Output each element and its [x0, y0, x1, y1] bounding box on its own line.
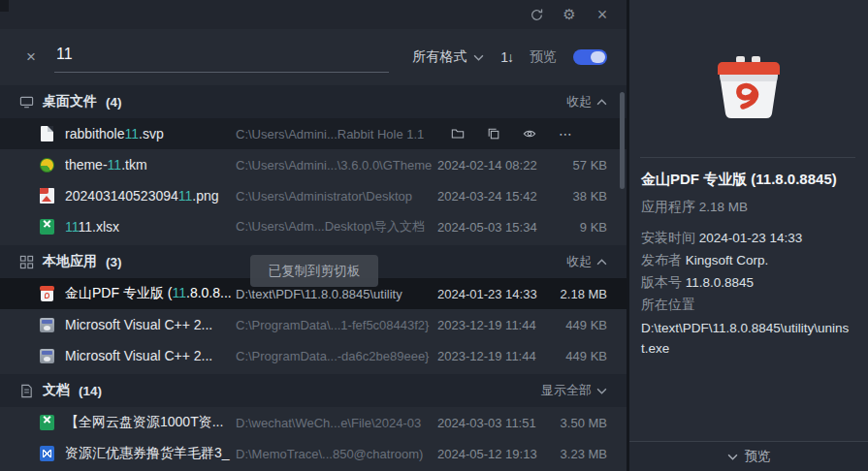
result-row-png[interactable]: 20240314052309411.png C:\Users\Administr… [0, 180, 627, 211]
file-date: 2023-12-19 11:44 [437, 349, 549, 363]
file-name: 【全网云盘资源1000T资... [65, 414, 236, 431]
file-path: C:\Users\Admini...\3.6.0.0\GTheme [236, 158, 437, 173]
format-filter-dropdown[interactable]: 所有格式 [412, 48, 484, 66]
file-path: D:\text\PDF\11.8.0.8845\utility [236, 287, 437, 301]
apps-grid-icon [19, 255, 34, 269]
section-count: (14) [79, 384, 102, 398]
clipboard-toast: 已复制到剪切板 [250, 255, 378, 287]
preview-publisher-line: 发布者 Kingsoft Corp. [629, 249, 868, 271]
preview-toggle[interactable] [573, 49, 607, 65]
excel-file-icon [39, 219, 55, 236]
results-panel: ⚙ × × 所有格式 1↓ 预览 [0, 0, 627, 471]
file-path: D:\MemoTrace\...850@chatroom) [236, 447, 437, 461]
installer-icon [39, 348, 55, 364]
excel-file-icon [39, 415, 55, 431]
section-title: 文档 [43, 382, 70, 399]
scrollbar-thumb[interactable] [620, 92, 625, 189]
document-icon [19, 384, 34, 398]
settings-gear-icon[interactable]: ⚙ [561, 6, 578, 23]
file-name: 1111.xlsx [65, 219, 236, 235]
result-row-xlsx[interactable]: 1111.xlsx C:\Users\Adm...Desktop\导入文档 20… [0, 211, 627, 242]
preview-version-line: 版本号 11.8.0.8845 [629, 271, 868, 294]
search-bar: × 所有格式 1↓ 预览 [0, 29, 627, 85]
file-date: 2024-05-12 19:13 [437, 447, 549, 461]
file-path: C:\ProgramData\...1-fef5c08443f2} [236, 318, 437, 332]
section-count: (3) [106, 255, 122, 269]
search-input[interactable] [54, 42, 389, 72]
preview-location-path: D:\text\PDF\11.8.0.8845\utility\uninst.e… [629, 318, 868, 359]
result-row-msvc-1[interactable]: Microsoft Visual C++ 2... C:\ProgramData… [0, 309, 627, 340]
sort-button[interactable]: 1↓ [500, 49, 513, 65]
collapse-link[interactable]: 收起 [566, 93, 607, 110]
file-name: Microsoft Visual C++ 2... [65, 348, 236, 363]
file-date: 2023-12-19 11:44 [437, 318, 549, 332]
result-row-rabbithole[interactable]: rabbithole11.svp C:\Users\Admini...Rabbi… [0, 118, 627, 149]
file-path: C:\Users\Administrator\Desktop [236, 189, 437, 204]
search-tool-window: ⚙ × × 所有格式 1↓ 预览 [0, 0, 868, 471]
section-title: 桌面文件 [43, 93, 97, 110]
file-size: 3.50 MB [549, 416, 615, 430]
file-path: C:\ProgramData...-da6c2be89eee} [236, 349, 437, 363]
refresh-icon[interactable] [528, 6, 545, 23]
section-desktop-files: 桌面文件 (4) 收起 [0, 85, 627, 118]
chevron-up-icon [596, 259, 607, 266]
window-corner-notch [0, 0, 9, 12]
result-row-coupon-doc[interactable]: 资源汇优惠券撸货羊毛群3_ D:\MemoTrace\...850@chatro… [0, 438, 627, 469]
file-name: 资源汇优惠券撸货羊毛群3_ [65, 445, 236, 462]
svp-file-icon [39, 126, 55, 142]
show-all-link[interactable]: 显示全部 [541, 382, 607, 399]
file-name: theme-11.tkm [65, 157, 236, 173]
chevron-down-icon [727, 454, 738, 460]
file-path: C:\Users\Admini...Rabbit Hole 1.1 [236, 127, 437, 141]
file-size: 38 KB [549, 189, 615, 204]
word-file-icon [39, 446, 55, 462]
file-name: 金山PDF 专业版 (11.8.0.8... [65, 285, 236, 302]
file-name: 20240314052309411.png [65, 188, 236, 204]
open-folder-icon[interactable] [450, 126, 466, 141]
clear-search-icon[interactable]: × [21, 47, 41, 67]
toggle-knob [591, 51, 605, 63]
installer-icon [39, 317, 55, 333]
file-date: 2024-02-14 08:22 [437, 158, 549, 173]
preview-title: 金山PDF 专业版 (11.8.0.8845) [629, 158, 868, 189]
section-documents: 文档 (14) 显示全部 [0, 374, 627, 407]
window-toolbar: ⚙ × [0, 0, 627, 29]
chevron-down-icon [473, 54, 484, 61]
preview-location-label: 所在位置 [629, 294, 868, 316]
row-actions: ⋯ [437, 126, 615, 141]
format-filter-label: 所有格式 [412, 48, 466, 66]
kingsoft-pdf-app-icon [707, 50, 790, 128]
file-date: 2024-05-03 15:34 [437, 220, 549, 235]
preview-type-line: 应用程序 2.18 MB [629, 196, 868, 218]
png-file-icon [39, 188, 55, 204]
result-row-theme[interactable]: theme-11.tkm C:\Users\Admini...\3.6.0.0\… [0, 149, 627, 180]
file-date: 2024-01-23 14:33 [437, 287, 549, 301]
file-date: 2024-03-03 11:51 [437, 416, 549, 430]
pdf-app-icon [39, 286, 55, 302]
file-size: 57 KB [549, 158, 615, 173]
copy-icon[interactable] [486, 126, 501, 141]
file-size: 2.18 MB [549, 287, 615, 301]
preview-install-line: 安装时间 2024-01-23 14:33 [629, 227, 868, 249]
file-size: 3.23 MB [549, 447, 615, 461]
close-icon[interactable]: × [594, 6, 611, 23]
result-row-cloud-doc[interactable]: 【全网云盘资源1000T资... D:\wechat\WeCh...e\File… [0, 407, 627, 438]
preview-collapse-footer[interactable]: 预览 [629, 441, 868, 471]
collapse-link[interactable]: 收起 [566, 253, 607, 270]
theme-file-icon [39, 157, 55, 173]
more-icon[interactable]: ⋯ [558, 126, 573, 141]
preview-eye-icon[interactable] [522, 126, 537, 141]
file-name: Microsoft Visual C++ 2... [65, 317, 236, 332]
file-size: 9 KB [549, 220, 615, 235]
chevron-up-icon [596, 99, 607, 106]
file-size: 449 KB [549, 318, 615, 332]
section-count: (4) [106, 95, 122, 110]
result-row-msvc-2[interactable]: Microsoft Visual C++ 2... C:\ProgramData… [0, 340, 627, 371]
preview-toggle-label: 预览 [530, 48, 557, 66]
preview-panel: 金山PDF 专业版 (11.8.0.8845) 应用程序 2.18 MB 安装时… [627, 0, 868, 471]
file-path: C:\Users\Adm...Desktop\导入文档 [236, 218, 437, 236]
monitor-icon [19, 95, 34, 110]
chevron-down-icon [596, 388, 607, 394]
file-name: rabbithole11.svp [65, 126, 236, 141]
file-date: 2024-03-24 15:42 [437, 189, 549, 204]
